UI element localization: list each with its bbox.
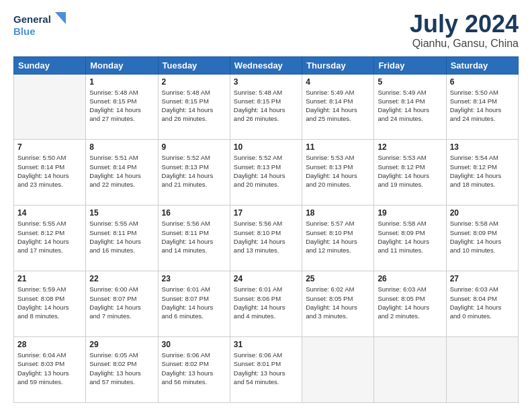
- day-number: 30: [162, 340, 226, 349]
- calendar-cell: 8Sunrise: 5:51 AM Sunset: 8:14 PM Daylig…: [86, 140, 158, 205]
- calendar-cell: 27Sunrise: 6:03 AM Sunset: 8:04 PM Dayli…: [446, 271, 518, 337]
- calendar-cell: 25Sunrise: 6:02 AM Sunset: 8:05 PM Dayli…: [302, 271, 374, 337]
- day-number: 18: [306, 208, 370, 218]
- calendar-cell: 6Sunrise: 5:50 AM Sunset: 8:14 PM Daylig…: [446, 74, 518, 140]
- day-info: Sunrise: 5:58 AM Sunset: 8:09 PM Dayligh…: [450, 219, 515, 255]
- svg-text:General: General: [13, 13, 51, 25]
- calendar-week-2: 7Sunrise: 5:50 AM Sunset: 8:14 PM Daylig…: [14, 140, 519, 205]
- calendar-cell: 21Sunrise: 5:59 AM Sunset: 8:08 PM Dayli…: [14, 271, 86, 337]
- calendar-cell: [14, 74, 86, 140]
- day-info: Sunrise: 6:06 AM Sunset: 8:02 PM Dayligh…: [162, 351, 226, 386]
- calendar-cell: 13Sunrise: 5:54 AM Sunset: 8:12 PM Dayli…: [446, 140, 518, 205]
- day-info: Sunrise: 5:55 AM Sunset: 8:12 PM Dayligh…: [17, 219, 82, 255]
- calendar-cell: 12Sunrise: 5:53 AM Sunset: 8:12 PM Dayli…: [374, 140, 446, 205]
- day-number: 20: [450, 208, 515, 218]
- calendar-week-4: 21Sunrise: 5:59 AM Sunset: 8:08 PM Dayli…: [14, 271, 519, 337]
- calendar-cell: 17Sunrise: 5:56 AM Sunset: 8:10 PM Dayli…: [230, 205, 302, 271]
- day-number: 15: [89, 208, 154, 218]
- day-number: 16: [162, 208, 226, 218]
- day-info: Sunrise: 5:54 AM Sunset: 8:12 PM Dayligh…: [450, 153, 515, 189]
- logo: General Blue: [13, 11, 67, 40]
- day-info: Sunrise: 5:53 AM Sunset: 8:13 PM Dayligh…: [306, 153, 370, 189]
- day-number: 28: [17, 340, 82, 349]
- day-number: 7: [17, 142, 82, 152]
- weekday-header-sunday: Sunday: [14, 56, 86, 74]
- calendar-table: SundayMondayTuesdayWednesdayThursdayFrid…: [13, 56, 519, 403]
- calendar-cell: 30Sunrise: 6:06 AM Sunset: 8:02 PM Dayli…: [158, 337, 230, 403]
- day-number: 21: [17, 274, 82, 283]
- day-number: 10: [234, 142, 298, 152]
- day-info: Sunrise: 6:01 AM Sunset: 8:07 PM Dayligh…: [162, 285, 226, 320]
- day-number: 27: [450, 274, 515, 283]
- day-number: 5: [378, 77, 442, 87]
- calendar-week-1: 1Sunrise: 5:48 AM Sunset: 8:15 PM Daylig…: [14, 74, 519, 140]
- day-info: Sunrise: 6:04 AM Sunset: 8:03 PM Dayligh…: [17, 351, 82, 386]
- calendar-cell: 9Sunrise: 5:52 AM Sunset: 8:13 PM Daylig…: [158, 140, 230, 205]
- calendar-cell: [302, 337, 374, 403]
- calendar-cell: 26Sunrise: 6:03 AM Sunset: 8:05 PM Dayli…: [374, 271, 446, 337]
- day-number: 29: [89, 340, 154, 349]
- calendar-cell: 19Sunrise: 5:58 AM Sunset: 8:09 PM Dayli…: [374, 205, 446, 271]
- day-number: 19: [378, 208, 442, 218]
- day-number: 9: [162, 142, 226, 152]
- calendar-cell: [374, 337, 446, 403]
- day-number: 22: [89, 274, 154, 283]
- day-info: Sunrise: 6:03 AM Sunset: 8:05 PM Dayligh…: [378, 285, 442, 320]
- calendar-cell: 7Sunrise: 5:50 AM Sunset: 8:14 PM Daylig…: [14, 140, 86, 205]
- day-info: Sunrise: 6:03 AM Sunset: 8:04 PM Dayligh…: [450, 285, 515, 320]
- calendar-cell: 11Sunrise: 5:53 AM Sunset: 8:13 PM Dayli…: [302, 140, 374, 205]
- calendar-cell: 10Sunrise: 5:52 AM Sunset: 8:13 PM Dayli…: [230, 140, 302, 205]
- svg-text:Blue: Blue: [13, 26, 36, 37]
- day-info: Sunrise: 5:52 AM Sunset: 8:13 PM Dayligh…: [162, 153, 226, 189]
- calendar-cell: 20Sunrise: 5:58 AM Sunset: 8:09 PM Dayli…: [446, 205, 518, 271]
- day-info: Sunrise: 5:49 AM Sunset: 8:14 PM Dayligh…: [306, 88, 370, 124]
- weekday-header-saturday: Saturday: [446, 56, 518, 74]
- day-info: Sunrise: 5:55 AM Sunset: 8:11 PM Dayligh…: [89, 219, 154, 255]
- weekday-header-monday: Monday: [86, 56, 158, 74]
- day-number: 26: [378, 274, 442, 283]
- weekday-header-friday: Friday: [374, 56, 446, 74]
- day-info: Sunrise: 6:00 AM Sunset: 8:07 PM Dayligh…: [89, 285, 154, 320]
- day-info: Sunrise: 6:01 AM Sunset: 8:06 PM Dayligh…: [234, 285, 298, 320]
- weekday-header-tuesday: Tuesday: [158, 56, 230, 74]
- calendar-cell: 31Sunrise: 6:06 AM Sunset: 8:01 PM Dayli…: [230, 337, 302, 403]
- day-number: 8: [89, 142, 154, 152]
- calendar-cell: 3Sunrise: 5:48 AM Sunset: 8:15 PM Daylig…: [230, 74, 302, 140]
- day-info: Sunrise: 5:59 AM Sunset: 8:08 PM Dayligh…: [17, 285, 82, 320]
- day-number: 14: [17, 208, 82, 218]
- day-number: 11: [306, 142, 370, 152]
- day-info: Sunrise: 5:49 AM Sunset: 8:14 PM Dayligh…: [378, 88, 442, 124]
- day-info: Sunrise: 5:52 AM Sunset: 8:13 PM Dayligh…: [234, 153, 298, 189]
- day-number: 6: [450, 77, 515, 87]
- day-info: Sunrise: 5:50 AM Sunset: 8:14 PM Dayligh…: [450, 88, 515, 124]
- title-block: July 2024 Qianhu, Gansu, China: [410, 11, 519, 50]
- weekday-header-thursday: Thursday: [302, 56, 374, 74]
- day-info: Sunrise: 5:53 AM Sunset: 8:12 PM Dayligh…: [378, 153, 442, 189]
- day-number: 17: [234, 208, 298, 218]
- calendar-cell: 5Sunrise: 5:49 AM Sunset: 8:14 PM Daylig…: [374, 74, 446, 140]
- calendar-week-5: 28Sunrise: 6:04 AM Sunset: 8:03 PM Dayli…: [14, 337, 519, 403]
- day-info: Sunrise: 6:05 AM Sunset: 8:02 PM Dayligh…: [89, 351, 154, 386]
- day-number: 3: [234, 77, 298, 87]
- calendar-cell: 29Sunrise: 6:05 AM Sunset: 8:02 PM Dayli…: [86, 337, 158, 403]
- day-number: 13: [450, 142, 515, 152]
- day-info: Sunrise: 5:51 AM Sunset: 8:14 PM Dayligh…: [89, 153, 154, 189]
- calendar-cell: 15Sunrise: 5:55 AM Sunset: 8:11 PM Dayli…: [86, 205, 158, 271]
- calendar-cell: 2Sunrise: 5:48 AM Sunset: 8:15 PM Daylig…: [158, 74, 230, 140]
- day-info: Sunrise: 6:02 AM Sunset: 8:05 PM Dayligh…: [306, 285, 370, 320]
- calendar-cell: 16Sunrise: 5:56 AM Sunset: 8:11 PM Dayli…: [158, 205, 230, 271]
- weekday-header-wednesday: Wednesday: [230, 56, 302, 74]
- calendar-cell: 18Sunrise: 5:57 AM Sunset: 8:10 PM Dayli…: [302, 205, 374, 271]
- main-title: July 2024: [410, 11, 519, 38]
- day-number: 2: [162, 77, 226, 87]
- calendar-cell: 4Sunrise: 5:49 AM Sunset: 8:14 PM Daylig…: [302, 74, 374, 140]
- day-number: 12: [378, 142, 442, 152]
- calendar-cell: 1Sunrise: 5:48 AM Sunset: 8:15 PM Daylig…: [86, 74, 158, 140]
- calendar-cell: [446, 337, 518, 403]
- day-info: Sunrise: 5:50 AM Sunset: 8:14 PM Dayligh…: [17, 153, 82, 189]
- calendar-cell: 23Sunrise: 6:01 AM Sunset: 8:07 PM Dayli…: [158, 271, 230, 337]
- calendar-cell: 28Sunrise: 6:04 AM Sunset: 8:03 PM Dayli…: [14, 337, 86, 403]
- day-number: 31: [234, 340, 298, 349]
- day-number: 4: [306, 77, 370, 87]
- calendar-week-3: 14Sunrise: 5:55 AM Sunset: 8:12 PM Dayli…: [14, 205, 519, 271]
